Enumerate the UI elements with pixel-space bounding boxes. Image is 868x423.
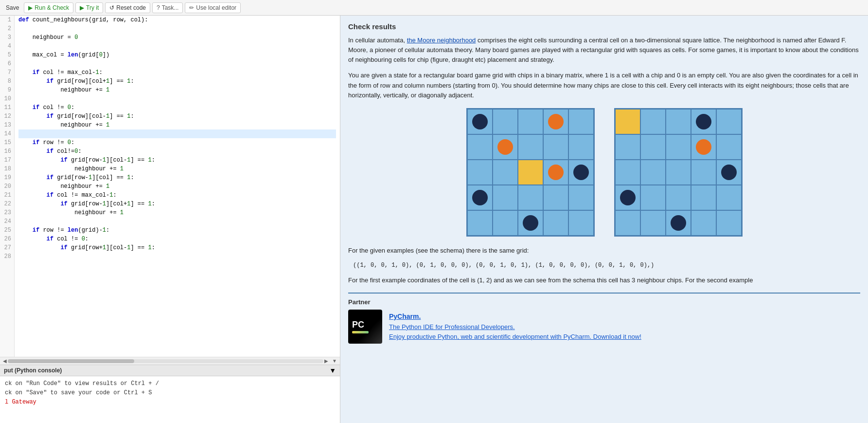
example-intro-text: For the given examples (see the schema) … xyxy=(348,247,529,254)
grid-cell xyxy=(615,160,640,185)
code-line: if col != max_col-1: xyxy=(18,68,336,77)
console-collapse-icon[interactable]: ▼ xyxy=(329,367,336,374)
line-number: 13 xyxy=(3,121,11,129)
line-number: 23 xyxy=(3,208,11,217)
code-line xyxy=(18,252,336,261)
code-line: if col != 0: xyxy=(18,235,336,243)
grid-cell xyxy=(543,210,568,236)
grid-cell xyxy=(640,134,666,160)
pycharm-text: PyCharm. The Python IDE for Professional… xyxy=(389,311,641,342)
description-paragraph-2: You are given a state for a rectangular … xyxy=(348,71,860,100)
try-icon: ▶ xyxy=(80,4,84,11)
code-line xyxy=(18,94,336,103)
horizontal-scrollbar[interactable]: ◀ ▶ ▼ xyxy=(0,357,340,365)
pycharm-desc: Enjoy productive Python, web and scienti… xyxy=(389,332,641,342)
console-line: ck on "Save" to save your code or Ctrl +… xyxy=(5,388,335,398)
partner-section: Partner PC PyCharm. The Python IDE for P… xyxy=(348,293,860,344)
line-number: 18 xyxy=(3,165,11,173)
code-line: if row != 0: xyxy=(18,138,336,147)
reset-code-button[interactable]: ↺ Reset code xyxy=(105,2,150,13)
grid-cell xyxy=(640,160,666,185)
grid-cell xyxy=(716,109,742,134)
code-line: neighbour += 1 xyxy=(18,182,336,191)
grid-cell xyxy=(615,134,640,160)
line-number: 6 xyxy=(3,59,11,68)
grid-cell xyxy=(543,109,568,134)
line-numbers: 1234567891011121314151617181920212223242… xyxy=(0,16,15,357)
code-area: 1234567891011121314151617181920212223242… xyxy=(0,16,340,357)
grid-cell xyxy=(640,210,666,236)
scroll-thumb[interactable] xyxy=(8,359,134,363)
example-note: For the first example coordinates of the… xyxy=(348,275,860,286)
scroll-left-arrow[interactable]: ◀ xyxy=(2,358,8,364)
grid-cell xyxy=(568,210,594,236)
orange-chip xyxy=(548,114,564,129)
grid-cell xyxy=(666,109,691,134)
grid-cell xyxy=(691,134,716,160)
line-number: 12 xyxy=(3,112,11,121)
dark-chip xyxy=(472,114,488,129)
code-content[interactable]: def count_neighbours(grid, row, col): ne… xyxy=(15,16,340,357)
grid-cell xyxy=(518,109,543,134)
run-check-button[interactable]: ▶ Run & Check xyxy=(24,2,73,13)
console-line: l Gateway xyxy=(5,398,335,407)
scroll-track[interactable] xyxy=(8,359,323,363)
scroll-right-arrow[interactable]: ▶ xyxy=(323,358,329,364)
line-number: 5 xyxy=(3,51,11,59)
dark-chip xyxy=(721,165,737,180)
pycharm-title: PyCharm. xyxy=(389,311,641,322)
orange-chip xyxy=(497,139,513,155)
grid-cell xyxy=(568,185,594,210)
code-line: max_col = len(grid[0]) xyxy=(18,51,336,59)
moore-neighborhood-link[interactable]: the Moore neighborhood xyxy=(407,37,476,44)
grid-cell xyxy=(467,160,493,185)
local-editor-button[interactable]: ✏ Use local editor xyxy=(185,2,241,13)
grid-cell xyxy=(467,185,493,210)
code-line: if grid[row][col-1] == 1: xyxy=(18,112,336,121)
try-label: Try it xyxy=(86,4,99,11)
task-button[interactable]: ? Task... xyxy=(152,2,183,13)
scroll-down-arrow[interactable]: ▼ xyxy=(331,358,338,364)
code-line xyxy=(18,217,336,226)
toolbar: Save ▶ Run & Check ▶ Try it ↺ Reset code… xyxy=(0,0,868,16)
editor-label: Use local editor xyxy=(196,4,236,11)
grid-cell xyxy=(691,185,716,210)
grid-cell xyxy=(691,210,716,236)
grid-cell xyxy=(640,109,666,134)
run-label: Run & Check xyxy=(35,4,69,11)
grid-cell xyxy=(640,185,666,210)
grid-cell xyxy=(493,134,518,160)
description-paragraph-1: In cellular automata, the Moore neighbor… xyxy=(348,36,860,65)
editor-icon: ✏ xyxy=(189,4,194,11)
code-line: if grid[row][col+1] == 1: xyxy=(18,77,336,86)
try-it-button[interactable]: ▶ Try it xyxy=(75,2,103,13)
reset-label: Reset code xyxy=(116,4,146,11)
grid-cell xyxy=(691,160,716,185)
orange-chip xyxy=(696,139,711,155)
line-number: 19 xyxy=(3,173,11,182)
pycharm-desc-link[interactable]: Enjoy productive Python, web and scienti… xyxy=(389,333,641,340)
example-note-text: For the first example coordinates of the… xyxy=(348,276,753,284)
line-number: 2 xyxy=(3,24,11,33)
pycharm-subtitle-link[interactable]: The Python IDE for Professional Develope… xyxy=(389,323,515,331)
right-panel[interactable]: Check results In cellular automata, the … xyxy=(340,16,868,423)
line-number: 20 xyxy=(3,182,11,191)
code-line: if grid[row-1][col+1] == 1: xyxy=(18,200,336,208)
dark-chip xyxy=(573,165,589,180)
grid-cell xyxy=(518,210,543,236)
code-line: if grid[row+1][col-1] == 1: xyxy=(18,243,336,252)
line-number: 15 xyxy=(3,138,11,147)
line-number: 14 xyxy=(3,129,11,138)
grid-cell xyxy=(615,210,640,236)
line-number: 8 xyxy=(3,77,11,86)
line-number: 28 xyxy=(3,252,11,261)
save-button[interactable]: Save xyxy=(3,3,22,13)
task-label: Task... xyxy=(162,4,179,11)
check-results-title: Check results xyxy=(348,22,860,31)
console-panel: put (Python console) ▼ ck on "Run Code" … xyxy=(0,365,340,423)
grid-cell xyxy=(666,185,691,210)
partner-content: PC PyCharm. The Python IDE for Professio… xyxy=(348,310,860,344)
code-editor[interactable]: 1234567891011121314151617181920212223242… xyxy=(0,16,340,357)
pycharm-name-link[interactable]: PyCharm. xyxy=(389,313,421,320)
line-number: 9 xyxy=(3,86,11,94)
